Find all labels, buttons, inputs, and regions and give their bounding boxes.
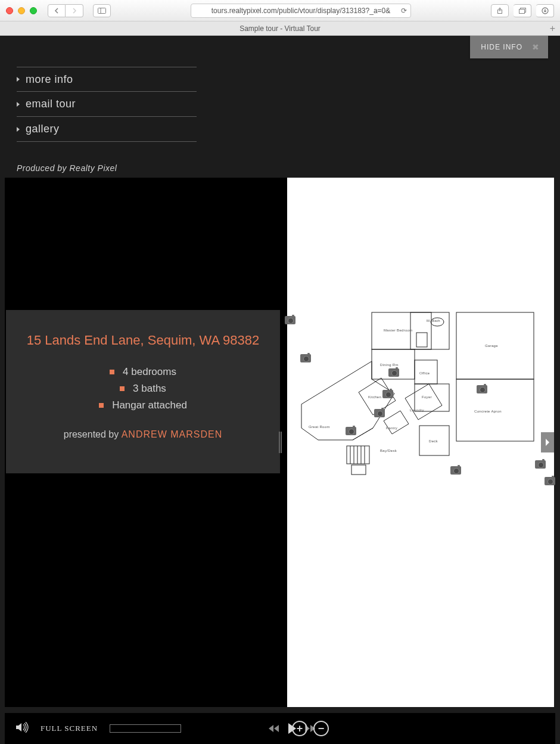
fullscreen-button[interactable]: FULL SCREEN	[41, 724, 98, 733]
hide-info-button[interactable]: HIDE INFO ✖	[470, 36, 548, 58]
svg-text:Kitchen: Kitchen	[368, 395, 381, 399]
camera-hotspot[interactable]	[545, 477, 555, 485]
tab-title[interactable]: Sample tour - Virtual Tour	[239, 24, 321, 33]
tabs-button[interactable]	[514, 4, 531, 17]
producer-credit: Produced by Realty Pixel	[17, 163, 197, 173]
tab-bar: Sample tour - Virtual Tour +	[0, 21, 560, 36]
menu-gallery[interactable]: gallery	[17, 117, 197, 142]
bullet-icon	[99, 403, 104, 408]
svg-text:Deck: Deck	[429, 439, 438, 443]
tour-viewer: Master Bedroom M. Bath Garage Dining Rm …	[5, 178, 554, 707]
svg-text:Garage: Garage	[485, 344, 498, 348]
menu-more-info[interactable]: more info	[17, 67, 197, 92]
svg-text:Laundry: Laundry	[410, 408, 424, 412]
camera-hotspot[interactable]	[535, 460, 546, 469]
volume-button[interactable]	[15, 722, 29, 735]
zoom-out-button[interactable]: −	[313, 721, 329, 736]
svg-text:M. Bath: M. Bath	[427, 319, 440, 323]
next-image-button[interactable]	[541, 432, 554, 452]
nav-forward-button[interactable]	[66, 4, 83, 17]
nav-back-button[interactable]	[48, 4, 66, 17]
zoom-in-button[interactable]: +	[292, 721, 307, 736]
page-content: HIDE INFO ✖ more info email tour gallery…	[0, 36, 560, 744]
listing-address: 15 Lands End Lane, Sequim, WA 98382	[20, 333, 266, 348]
downloads-button[interactable]	[536, 4, 554, 17]
sidebar-button[interactable]	[93, 4, 111, 17]
camera-hotspot[interactable]	[346, 427, 356, 435]
svg-text:Master Bedroom: Master Bedroom	[384, 328, 413, 332]
svg-text:Great Room: Great Room	[309, 425, 330, 429]
svg-rect-4	[519, 9, 524, 13]
bullet-icon	[110, 370, 114, 374]
feature-item: 4 bedrooms	[20, 366, 266, 378]
rewind-button[interactable]	[268, 724, 279, 733]
url-text: tours.realtypixel.com/public/vtour/displ…	[211, 7, 391, 15]
svg-text:Dining Rm: Dining Rm	[380, 363, 399, 367]
close-icon[interactable]: ✖	[532, 42, 540, 52]
hide-info-label: HIDE INFO	[481, 43, 522, 51]
svg-text:Foyer: Foyer	[422, 395, 432, 399]
camera-hotspot[interactable]	[477, 385, 487, 393]
floorplan-drawing: Master Bedroom M. Bath Garage Dining Rm …	[294, 309, 545, 482]
camera-hotspot[interactable]	[388, 368, 399, 377]
svg-text:Pantry: Pantry	[386, 426, 397, 430]
caret-right-icon	[17, 77, 20, 82]
menu-email-tour[interactable]: email tour	[17, 92, 197, 117]
camera-hotspot[interactable]	[285, 316, 295, 324]
reload-icon[interactable]: ⟳	[401, 7, 407, 15]
svg-text:Office: Office	[419, 371, 430, 375]
browser-chrome: tours.realtypixel.com/public/vtour/displ…	[0, 0, 560, 36]
titlebar: tours.realtypixel.com/public/vtour/displ…	[0, 0, 560, 21]
menu-label: gallery	[26, 123, 60, 135]
svg-text:Bay/Desk: Bay/Desk	[380, 449, 397, 452]
camera-hotspot[interactable]	[374, 409, 385, 417]
close-window-button[interactable]	[6, 7, 13, 14]
floorplan-pane[interactable]: Master Bedroom M. Bath Garage Dining Rm …	[287, 178, 554, 707]
share-button[interactable]	[491, 4, 509, 17]
window-controls	[6, 7, 37, 14]
agent-name: ANDREW MARSDEN	[122, 429, 223, 439]
url-bar[interactable]: tours.realtypixel.com/public/vtour/displ…	[191, 4, 411, 18]
caret-right-icon	[17, 127, 20, 132]
feature-item: Hangar attached	[20, 399, 266, 411]
listing-info-card: 15 Lands End Lane, Sequim, WA 98382 4 be…	[6, 310, 280, 473]
progress-bar[interactable]	[110, 724, 181, 733]
zoom-window-button[interactable]	[30, 7, 37, 14]
menu-label: email tour	[26, 98, 76, 110]
camera-hotspot[interactable]	[450, 466, 461, 475]
caret-right-icon	[17, 102, 20, 107]
side-menu: more info email tour gallery Produced by…	[17, 67, 197, 173]
new-tab-button[interactable]: +	[550, 23, 555, 34]
svg-rect-0	[98, 8, 106, 13]
feature-item: 3 baths	[20, 383, 266, 395]
svg-rect-23	[351, 465, 366, 475]
presented-by: presented by ANDREW MARSDEN	[20, 429, 266, 440]
minimize-window-button[interactable]	[18, 7, 25, 14]
bullet-icon	[120, 386, 125, 391]
svg-rect-9	[416, 333, 427, 347]
camera-hotspot[interactable]	[300, 354, 311, 362]
pane-splitter[interactable]	[279, 432, 282, 453]
svg-text:Concrete Apron: Concrete Apron	[474, 410, 502, 413]
menu-label: more info	[26, 73, 73, 86]
svg-rect-13	[415, 384, 449, 411]
camera-hotspot[interactable]	[382, 390, 393, 398]
player-controls: FULL SCREEN + −	[5, 713, 555, 744]
